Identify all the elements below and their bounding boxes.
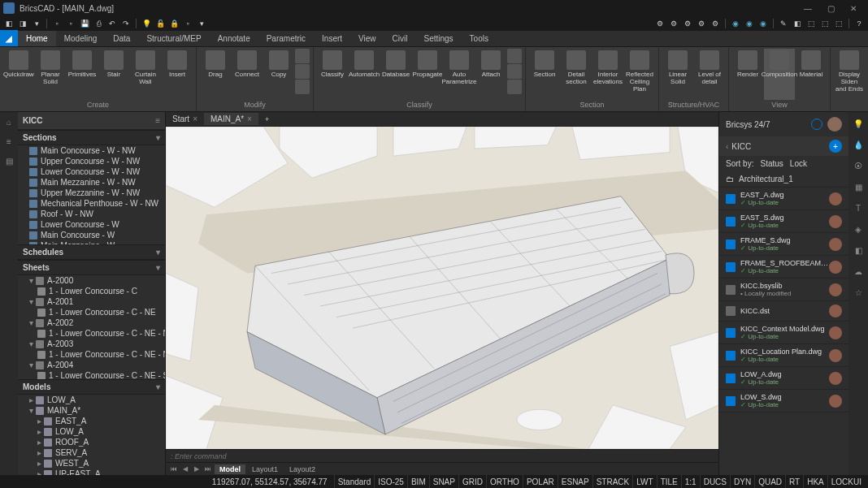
lock-icon[interactable]: 🔓 — [154, 18, 166, 29]
model-item[interactable]: ▸LOW_A — [18, 426, 165, 437]
sheet-group[interactable]: ▾A-2002 — [18, 317, 165, 328]
command-input[interactable] — [171, 452, 714, 460]
status-toggle[interactable]: STRACK — [592, 475, 633, 488]
section-item[interactable]: Main Concourse - W - NW — [18, 145, 165, 156]
viewport-3d[interactable] — [166, 127, 718, 449]
tool-icon[interactable]: ⚙ — [696, 18, 707, 29]
layout-tab[interactable]: Layout2 — [284, 464, 320, 474]
status-toggle[interactable]: DUCS — [700, 475, 730, 488]
section-item[interactable]: Roof - W - NW — [18, 209, 165, 219]
bulb-icon[interactable]: 💡 — [852, 117, 865, 130]
ribbon-copy[interactable]: Copy — [263, 49, 294, 100]
menu-tab-tools[interactable]: Tools — [462, 31, 497, 46]
grid-icon[interactable]: ▦ — [852, 180, 865, 193]
cloud-icon[interactable]: ☁ — [852, 265, 865, 278]
lock-icon[interactable]: 🔒 — [168, 18, 180, 29]
qat-icon[interactable]: ◧ — [3, 18, 15, 29]
status-toggle[interactable]: Standard — [334, 475, 375, 488]
menu-tab-home[interactable]: Home — [18, 31, 56, 46]
sections-header[interactable]: Sections▾ — [18, 130, 165, 145]
drop-icon[interactable]: 💧 — [852, 138, 865, 151]
menu-tab-modeling[interactable]: Modeling — [56, 31, 106, 46]
cloud-file-row[interactable]: FRAME_S_ROOFBEAM.dwgUp-to-date — [719, 256, 848, 279]
tool-icon[interactable]: ⚙ — [668, 18, 679, 29]
status-toggle[interactable]: 1:1 — [681, 475, 700, 488]
tool-icon[interactable]: ⚙ — [710, 18, 721, 29]
close-tab-icon[interactable]: × — [193, 114, 197, 123]
open-icon[interactable]: ▫ — [65, 18, 76, 29]
ribbon-propagate[interactable]: Propagate — [412, 49, 443, 100]
section-item[interactable]: Main Concourse - W — [18, 230, 165, 240]
doc-tab[interactable]: Start× — [166, 113, 204, 125]
ribbon-small-icon[interactable] — [507, 64, 522, 79]
ribbon-small-icon[interactable] — [295, 49, 310, 63]
nav-first-icon[interactable]: ⏮ — [169, 465, 179, 473]
tool-icon[interactable]: ⚙ — [654, 18, 666, 29]
ribbon-quickdraw[interactable]: Quickdraw — [3, 49, 34, 100]
ribbon-drag[interactable]: Drag — [200, 49, 231, 100]
home-icon[interactable]: ⌂ — [2, 115, 15, 128]
status-toggle[interactable]: ISO-25 — [374, 475, 407, 488]
sheet-group[interactable]: ▾A-2001 — [18, 296, 165, 307]
new-icon[interactable]: ▫ — [51, 18, 63, 29]
section-item[interactable]: Upper Mezzanine - W - NW — [18, 188, 165, 198]
status-toggle[interactable]: RT — [785, 475, 803, 488]
status-toggle[interactable]: DYN — [730, 475, 754, 488]
edit-icon[interactable]: ⬚ — [819, 18, 831, 29]
schedules-header[interactable]: Schedules▾ — [18, 244, 165, 260]
model-item[interactable]: ▸EAST_A — [18, 416, 165, 426]
menu-tab-data[interactable]: Data — [105, 31, 138, 46]
status-toggle[interactable]: BIM — [407, 475, 429, 488]
view-icon[interactable]: ◉ — [730, 18, 741, 29]
model-item[interactable]: ▸UP-EAST_A — [18, 469, 165, 475]
status-toggle[interactable]: GRID — [458, 475, 486, 488]
ribbon-connect[interactable]: Connect — [232, 49, 263, 100]
ribbon-classify[interactable]: Classify — [317, 49, 348, 100]
menu-tab-structural/mep[interactable]: Structural/MEP — [138, 31, 209, 46]
star-icon[interactable]: ☆ — [852, 286, 865, 299]
print-icon[interactable]: ⎙ — [93, 18, 104, 29]
status-toggle[interactable]: ESNAP — [558, 475, 592, 488]
panel-menu-icon[interactable]: ≡ — [155, 116, 160, 125]
layout-tab[interactable]: Layout1 — [247, 464, 283, 474]
sheet-group[interactable]: ▾A-2004 — [18, 360, 165, 370]
status-toggle[interactable]: HKA — [803, 475, 827, 488]
sheet-item[interactable]: 1 - Lower Concourse - C - NE - SE — [18, 370, 165, 379]
sort-status[interactable]: Status — [760, 159, 783, 168]
status-toggle[interactable]: TILE — [657, 475, 681, 488]
help-icon[interactable]: ? — [853, 18, 865, 29]
command-line[interactable] — [166, 449, 718, 462]
qat-icon[interactable]: ▾ — [31, 18, 42, 29]
nav-prev-icon[interactable]: ◀ — [180, 465, 190, 473]
section-item[interactable]: Mechanical Penthouse - W - NW — [18, 198, 165, 209]
cloud-file-row[interactable]: EAST_A.dwgUp-to-date — [719, 188, 848, 210]
app-menu-button[interactable]: ◢ — [0, 30, 18, 46]
menu-tab-view[interactable]: View — [350, 31, 384, 46]
sheet-item[interactable]: 1 - Lower Concourse - C - NE — [18, 307, 165, 317]
sheet-item[interactable]: 1 - Lower Concourse - C - NE - NE — [18, 328, 165, 339]
status-toggle[interactable]: QUAD — [754, 475, 785, 488]
save-icon[interactable]: 💾 — [79, 18, 90, 29]
ribbon-section[interactable]: Section — [529, 49, 560, 100]
ribbon-level-of-detail[interactable]: Level of detail — [694, 49, 725, 100]
sheets-icon[interactable]: ▤ — [2, 154, 15, 167]
ribbon-composition[interactable]: Composition — [764, 49, 795, 100]
layers-icon[interactable]: ◈ — [852, 222, 865, 235]
maximize-button[interactable]: ▢ — [819, 1, 842, 15]
ribbon-stair[interactable]: Stair — [98, 49, 129, 100]
edit-icon[interactable]: ◧ — [792, 18, 803, 29]
ribbon-display-siden-and-ends[interactable]: Display Siden and Ends — [834, 49, 865, 108]
cube-icon[interactable]: ◧ — [852, 244, 865, 257]
models-header[interactable]: Models▾ — [18, 379, 165, 395]
add-icon[interactable]: + — [829, 140, 842, 153]
menu-tab-parametric[interactable]: Parametric — [258, 31, 314, 46]
sheets-header[interactable]: Sheets▾ — [18, 260, 165, 275]
undo-icon[interactable]: ↶ — [106, 18, 118, 29]
close-button[interactable]: ✕ — [842, 1, 865, 15]
ribbon-attach[interactable]: Attach — [475, 49, 506, 100]
ribbon-material[interactable]: Material — [796, 49, 827, 100]
folder-row[interactable]: 🗀 Architectural_1 — [719, 171, 848, 188]
ribbon-automatch[interactable]: Automatch — [349, 49, 380, 100]
cloud-file-row[interactable]: LOW_A.dwgUp-to-date — [719, 367, 848, 390]
nav-next-icon[interactable]: ▶ — [192, 465, 202, 473]
